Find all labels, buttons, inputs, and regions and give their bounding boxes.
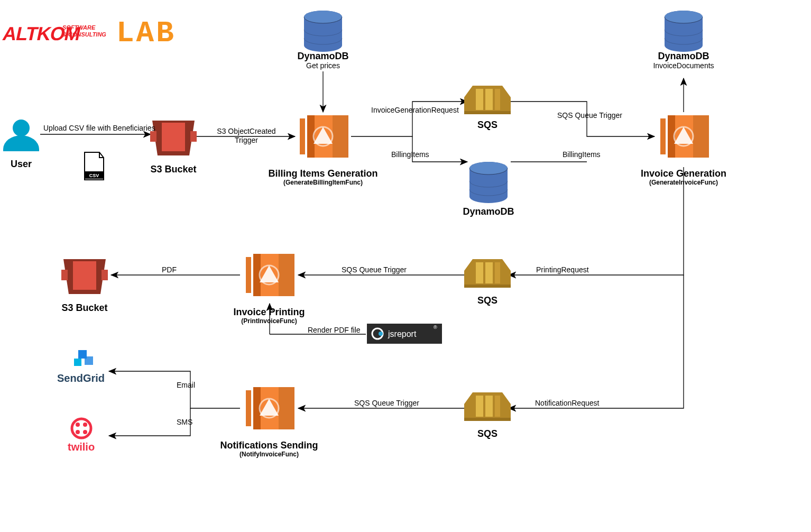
lab-logo: LAB: [116, 16, 176, 51]
notify-title: Notifications Sending: [220, 440, 318, 452]
invoice-print-sub: (PrintInvoiceFunc): [241, 317, 297, 325]
sqs-invoice-req-title: SQS: [477, 120, 497, 131]
invoice-gen-sub: (GenerateInvoiceFunc): [649, 179, 718, 186]
svg-point-47: [83, 423, 87, 427]
dynamo-docs-title: DynamoDB: [658, 51, 709, 62]
edge-pdf: PDF: [162, 265, 177, 274]
dynamodb-invoice-docs-icon: [665, 11, 703, 52]
sqs-invoice-req-icon: [464, 86, 511, 114]
edge-s3-trigger: S3 ObjectCreated Trigger: [217, 127, 275, 145]
dynamo-billing-title: DynamoDB: [463, 206, 514, 218]
svg-point-45: [72, 419, 91, 438]
svg-text:jsreport: jsreport: [388, 329, 417, 338]
edge-sqs-trigger-1: SQS Queue Trigger: [557, 111, 622, 120]
edge-upload-csv: Upload CSV file with Beneficiaries: [43, 124, 155, 133]
notify-sub: (NotifyInvoiceFunc): [239, 451, 299, 458]
dynamo-prices-sub: Get prices: [306, 61, 340, 70]
lambda-invoice-print-icon: [246, 254, 294, 296]
sqs-notify-icon: [464, 392, 511, 421]
edge-sqs-trigger-2: SQS Queue Trigger: [342, 265, 407, 274]
invoice-print-title: Invoice Printing: [233, 307, 305, 318]
svg-text:®: ®: [434, 325, 437, 330]
svg-point-48: [76, 430, 80, 434]
dynamo-prices-title: DynamoDB: [297, 51, 348, 62]
edge-sms: SMS: [177, 418, 192, 427]
svg-text:twilio: twilio: [68, 441, 95, 453]
edge-notification-req: NotificationRequest: [535, 399, 599, 408]
edge-render-pdf: Render PDF file: [308, 326, 361, 335]
sqs-printing-title: SQS: [477, 295, 497, 307]
dynamo-docs-sub: InvoiceDocuments: [653, 61, 714, 70]
s3-pdf-icon: [61, 259, 108, 294]
s3-upload-title: S3 Bucket: [150, 164, 196, 176]
svg-text:SendGrid: SendGrid: [57, 372, 105, 384]
edge-sqs-trigger-3: SQS Queue Trigger: [354, 399, 419, 408]
invoice-gen-title: Invoice Generation: [641, 168, 726, 180]
user-title: User: [11, 159, 32, 170]
edge-printing-req: PrintingRequest: [536, 265, 589, 274]
dynamodb-billing-icon: [469, 162, 508, 203]
svg-point-38: [379, 332, 383, 336]
billing-sub: (GenerateBillingItemFunc): [283, 179, 363, 186]
altkom-tagline: SOFTWARE & CONSULTING: [62, 24, 106, 38]
edge-billing-items-1: BillingItems: [391, 150, 429, 159]
svg-rect-42: [85, 356, 93, 365]
lambda-invoice-gen-icon: [660, 115, 709, 158]
svg-point-49: [83, 430, 87, 434]
jsreport-logo: jsreport ®: [367, 324, 442, 344]
user-icon: [3, 120, 39, 151]
edge-invoice-req: InvoiceGenerationRequest: [371, 106, 459, 115]
csv-file-icon: [85, 152, 104, 180]
lambda-billing-icon: [300, 115, 348, 158]
sqs-printing-icon: [464, 259, 511, 288]
lambda-notify-icon: [246, 387, 294, 429]
svg-point-46: [76, 423, 80, 427]
s3-upload-icon: [150, 121, 197, 155]
twilio-logo: twilio: [68, 419, 95, 453]
edge-email: Email: [177, 381, 195, 390]
s3-pdf-title: S3 Bucket: [61, 302, 107, 314]
svg-rect-43: [74, 359, 81, 366]
billing-title: Billing Items Generation: [268, 168, 377, 180]
edge-billing-items-2: BillingItems: [563, 150, 601, 159]
dynamodb-prices-icon: [304, 11, 342, 52]
sendgrid-logo: SendGrid: [57, 350, 105, 384]
sqs-notify-title: SQS: [477, 428, 497, 440]
